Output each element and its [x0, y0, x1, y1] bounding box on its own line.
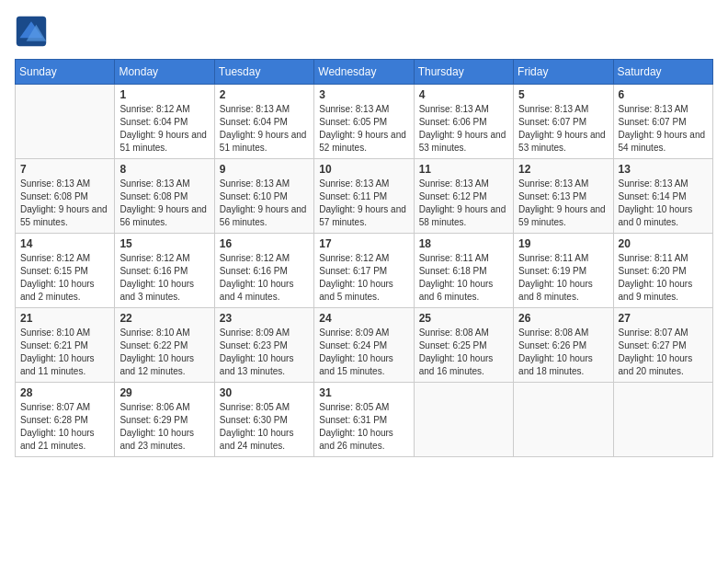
calendar-cell: 20 Sunrise: 8:11 AMSunset: 6:20 PMDaylig… — [613, 234, 712, 308]
day-number: 23 — [220, 312, 309, 325]
day-number: 1 — [119, 88, 209, 101]
header-wednesday: Wednesday — [314, 60, 414, 85]
day-info: Sunrise: 8:11 AMSunset: 6:19 PMDaylight:… — [518, 252, 608, 304]
calendar-cell: 5 Sunrise: 8:13 AMSunset: 6:07 PMDayligh… — [514, 85, 613, 159]
day-info: Sunrise: 8:12 AMSunset: 6:04 PMDaylight:… — [119, 103, 209, 155]
day-number: 22 — [119, 312, 209, 325]
day-info: Sunrise: 8:13 AMSunset: 6:05 PMDaylight:… — [319, 103, 408, 155]
day-number: 8 — [119, 163, 209, 176]
day-info: Sunrise: 8:13 AMSunset: 6:08 PMDaylight:… — [119, 178, 209, 229]
day-info: Sunrise: 8:12 AMSunset: 6:16 PMDaylight:… — [119, 252, 209, 304]
day-info: Sunrise: 8:09 AMSunset: 6:24 PMDaylight:… — [319, 327, 408, 378]
day-number: 20 — [619, 237, 708, 250]
calendar-cell: 18 Sunrise: 8:11 AMSunset: 6:18 PMDaylig… — [414, 234, 513, 308]
calendar-cell: 22 Sunrise: 8:10 AMSunset: 6:22 PMDaylig… — [115, 308, 214, 383]
calendar-cell: 30 Sunrise: 8:05 AMSunset: 6:30 PMDaylig… — [214, 383, 313, 457]
logo — [15, 15, 51, 48]
calendar-cell — [613, 383, 712, 457]
day-number: 3 — [319, 88, 408, 101]
calendar-cell: 24 Sunrise: 8:09 AMSunset: 6:24 PMDaylig… — [314, 308, 414, 383]
day-info: Sunrise: 8:09 AMSunset: 6:23 PMDaylight:… — [220, 327, 309, 378]
day-number: 14 — [20, 237, 109, 250]
day-info: Sunrise: 8:05 AMSunset: 6:31 PMDaylight:… — [319, 401, 408, 453]
header-sunday: Sunday — [16, 60, 115, 85]
day-info: Sunrise: 8:08 AMSunset: 6:25 PMDaylight:… — [419, 327, 508, 378]
calendar-cell: 8 Sunrise: 8:13 AMSunset: 6:08 PMDayligh… — [115, 159, 214, 234]
day-info: Sunrise: 8:13 AMSunset: 6:06 PMDaylight:… — [419, 103, 508, 155]
day-info: Sunrise: 8:10 AMSunset: 6:22 PMDaylight:… — [119, 327, 209, 378]
day-number: 31 — [319, 386, 408, 399]
calendar-table: SundayMondayTuesdayWednesdayThursdayFrid… — [15, 59, 713, 457]
day-number: 15 — [119, 237, 209, 250]
calendar-week-row: 7 Sunrise: 8:13 AMSunset: 6:08 PMDayligh… — [16, 159, 713, 234]
calendar-week-row: 28 Sunrise: 8:07 AMSunset: 6:28 PMDaylig… — [16, 383, 713, 457]
calendar-cell: 26 Sunrise: 8:08 AMSunset: 6:26 PMDaylig… — [514, 308, 613, 383]
day-number: 28 — [20, 386, 109, 399]
header-thursday: Thursday — [414, 60, 513, 85]
calendar-cell: 4 Sunrise: 8:13 AMSunset: 6:06 PMDayligh… — [414, 85, 513, 159]
day-number: 30 — [220, 386, 309, 399]
day-number: 9 — [220, 163, 309, 176]
calendar-cell: 31 Sunrise: 8:05 AMSunset: 6:31 PMDaylig… — [314, 383, 414, 457]
day-info: Sunrise: 8:11 AMSunset: 6:20 PMDaylight:… — [619, 252, 708, 304]
calendar-cell — [16, 85, 115, 159]
calendar-week-row: 21 Sunrise: 8:10 AMSunset: 6:21 PMDaylig… — [16, 308, 713, 383]
calendar-cell: 27 Sunrise: 8:07 AMSunset: 6:27 PMDaylig… — [613, 308, 712, 383]
day-info: Sunrise: 8:13 AMSunset: 6:14 PMDaylight:… — [619, 178, 708, 229]
day-number: 29 — [119, 386, 209, 399]
calendar-week-row: 1 Sunrise: 8:12 AMSunset: 6:04 PMDayligh… — [16, 85, 713, 159]
calendar-cell: 9 Sunrise: 8:13 AMSunset: 6:10 PMDayligh… — [214, 159, 313, 234]
day-info: Sunrise: 8:13 AMSunset: 6:13 PMDaylight:… — [518, 178, 608, 229]
calendar-cell: 28 Sunrise: 8:07 AMSunset: 6:28 PMDaylig… — [16, 383, 115, 457]
day-info: Sunrise: 8:07 AMSunset: 6:28 PMDaylight:… — [20, 401, 109, 453]
day-number: 10 — [319, 163, 408, 176]
calendar-cell: 14 Sunrise: 8:12 AMSunset: 6:15 PMDaylig… — [16, 234, 115, 308]
day-info: Sunrise: 8:10 AMSunset: 6:21 PMDaylight:… — [20, 327, 109, 378]
calendar-cell: 19 Sunrise: 8:11 AMSunset: 6:19 PMDaylig… — [514, 234, 613, 308]
day-number: 4 — [419, 88, 508, 101]
day-info: Sunrise: 8:12 AMSunset: 6:16 PMDaylight:… — [220, 252, 309, 304]
calendar-cell: 23 Sunrise: 8:09 AMSunset: 6:23 PMDaylig… — [214, 308, 313, 383]
calendar-cell: 3 Sunrise: 8:13 AMSunset: 6:05 PMDayligh… — [314, 85, 414, 159]
day-number: 17 — [319, 237, 408, 250]
day-number: 2 — [220, 88, 309, 101]
calendar-cell: 16 Sunrise: 8:12 AMSunset: 6:16 PMDaylig… — [214, 234, 313, 308]
calendar-cell: 10 Sunrise: 8:13 AMSunset: 6:11 PMDaylig… — [314, 159, 414, 234]
day-number: 6 — [619, 88, 708, 101]
calendar-cell: 13 Sunrise: 8:13 AMSunset: 6:14 PMDaylig… — [613, 159, 712, 234]
header-saturday: Saturday — [613, 60, 712, 85]
calendar-week-row: 14 Sunrise: 8:12 AMSunset: 6:15 PMDaylig… — [16, 234, 713, 308]
day-info: Sunrise: 8:13 AMSunset: 6:04 PMDaylight:… — [220, 103, 309, 155]
day-info: Sunrise: 8:08 AMSunset: 6:26 PMDaylight:… — [518, 327, 608, 378]
day-number: 19 — [518, 237, 608, 250]
day-number: 11 — [419, 163, 508, 176]
day-number: 26 — [518, 312, 608, 325]
day-info: Sunrise: 8:13 AMSunset: 6:08 PMDaylight:… — [20, 178, 109, 229]
day-info: Sunrise: 8:13 AMSunset: 6:07 PMDaylight:… — [518, 103, 608, 155]
day-number: 24 — [319, 312, 408, 325]
calendar-cell: 7 Sunrise: 8:13 AMSunset: 6:08 PMDayligh… — [16, 159, 115, 234]
day-number: 5 — [518, 88, 608, 101]
calendar-cell: 15 Sunrise: 8:12 AMSunset: 6:16 PMDaylig… — [115, 234, 214, 308]
header-tuesday: Tuesday — [214, 60, 313, 85]
calendar-header-row: SundayMondayTuesdayWednesdayThursdayFrid… — [16, 60, 713, 85]
day-number: 13 — [619, 163, 708, 176]
day-info: Sunrise: 8:13 AMSunset: 6:11 PMDaylight:… — [319, 178, 408, 229]
day-number: 7 — [20, 163, 109, 176]
calendar-cell: 1 Sunrise: 8:12 AMSunset: 6:04 PMDayligh… — [115, 85, 214, 159]
day-info: Sunrise: 8:05 AMSunset: 6:30 PMDaylight:… — [220, 401, 309, 453]
calendar-cell: 6 Sunrise: 8:13 AMSunset: 6:07 PMDayligh… — [613, 85, 712, 159]
day-info: Sunrise: 8:06 AMSunset: 6:29 PMDaylight:… — [119, 401, 209, 453]
day-info: Sunrise: 8:07 AMSunset: 6:27 PMDaylight:… — [619, 327, 708, 378]
day-number: 12 — [518, 163, 608, 176]
header-friday: Friday — [514, 60, 613, 85]
day-info: Sunrise: 8:13 AMSunset: 6:10 PMDaylight:… — [220, 178, 309, 229]
day-number: 21 — [20, 312, 109, 325]
day-number: 16 — [220, 237, 309, 250]
calendar-cell: 2 Sunrise: 8:13 AMSunset: 6:04 PMDayligh… — [214, 85, 313, 159]
day-info: Sunrise: 8:12 AMSunset: 6:15 PMDaylight:… — [20, 252, 109, 304]
calendar-cell: 29 Sunrise: 8:06 AMSunset: 6:29 PMDaylig… — [115, 383, 214, 457]
day-number: 18 — [419, 237, 508, 250]
logo-icon — [15, 15, 48, 48]
day-number: 25 — [419, 312, 508, 325]
